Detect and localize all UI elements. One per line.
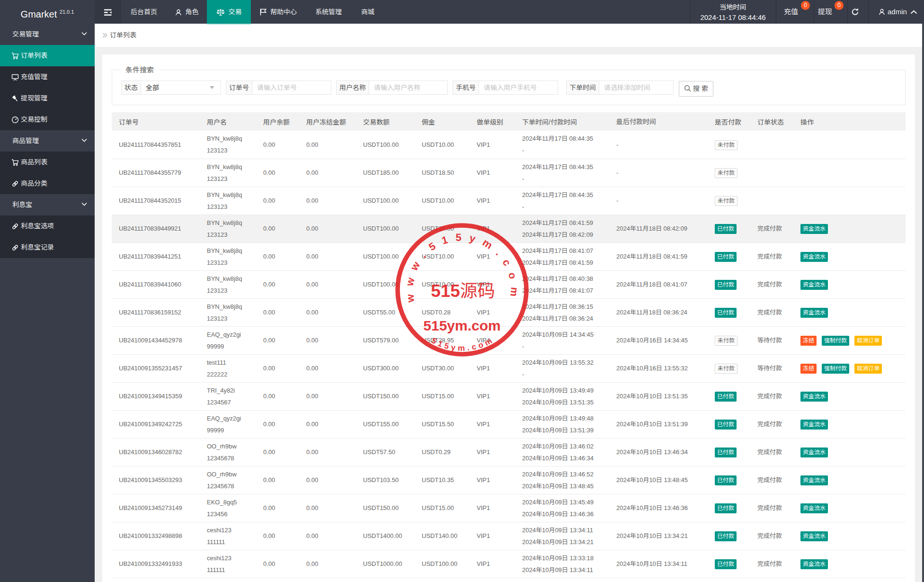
- svg-text:515ym.com: 515ym.com: [423, 318, 500, 333]
- svg-text:515源码: 515源码: [431, 277, 495, 302]
